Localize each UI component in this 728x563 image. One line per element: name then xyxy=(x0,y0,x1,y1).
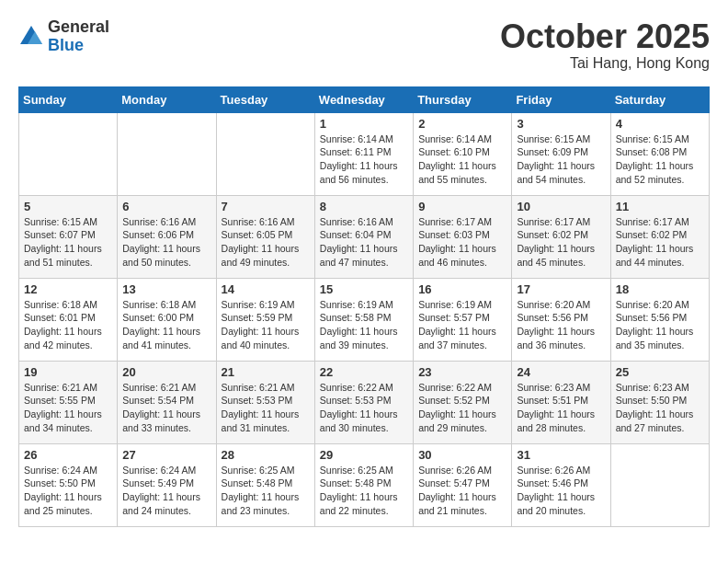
cell-content: Sunrise: 6:15 AM Sunset: 6:08 PM Dayligh… xyxy=(616,132,704,187)
calendar-table: SundayMondayTuesdayWednesdayThursdayFrid… xyxy=(18,86,710,527)
calendar-cell xyxy=(118,112,216,195)
week-row-4: 19Sunrise: 6:21 AM Sunset: 5:55 PM Dayli… xyxy=(19,361,710,443)
calendar-cell: 29Sunrise: 6:25 AM Sunset: 5:48 PM Dayli… xyxy=(314,443,413,526)
day-number: 8 xyxy=(320,200,408,213)
calendar-cell: 21Sunrise: 6:21 AM Sunset: 5:53 PM Dayli… xyxy=(216,361,314,443)
day-number: 19 xyxy=(24,365,112,379)
day-header-tuesday: Tuesday xyxy=(216,86,314,112)
cell-content: Sunrise: 6:14 AM Sunset: 6:10 PM Dayligh… xyxy=(418,132,506,187)
cell-content: Sunrise: 6:22 AM Sunset: 5:53 PM Dayligh… xyxy=(320,381,408,435)
day-number: 5 xyxy=(24,200,112,213)
cell-content: Sunrise: 6:17 AM Sunset: 6:02 PM Dayligh… xyxy=(616,215,704,270)
calendar-cell: 8Sunrise: 6:16 AM Sunset: 6:04 PM Daylig… xyxy=(314,195,413,278)
day-number: 1 xyxy=(320,117,408,131)
day-header-thursday: Thursday xyxy=(414,86,512,112)
cell-content: Sunrise: 6:16 AM Sunset: 6:04 PM Dayligh… xyxy=(320,215,408,270)
day-number: 27 xyxy=(122,448,210,462)
cell-content: Sunrise: 6:25 AM Sunset: 5:48 PM Dayligh… xyxy=(320,464,408,518)
cell-content: Sunrise: 6:20 AM Sunset: 5:56 PM Dayligh… xyxy=(616,298,704,352)
day-number: 7 xyxy=(222,200,310,213)
cell-content: Sunrise: 6:24 AM Sunset: 5:49 PM Dayligh… xyxy=(122,464,210,518)
day-header-saturday: Saturday xyxy=(610,86,709,112)
calendar-cell: 6Sunrise: 6:16 AM Sunset: 6:06 PM Daylig… xyxy=(118,195,216,278)
week-row-2: 5Sunrise: 6:15 AM Sunset: 6:07 PM Daylig… xyxy=(19,195,710,278)
cell-content: Sunrise: 6:23 AM Sunset: 5:50 PM Dayligh… xyxy=(616,381,704,435)
calendar-cell: 1Sunrise: 6:14 AM Sunset: 6:11 PM Daylig… xyxy=(314,112,413,195)
day-number: 11 xyxy=(616,200,704,213)
calendar-cell: 31Sunrise: 6:26 AM Sunset: 5:46 PM Dayli… xyxy=(512,443,610,526)
day-number: 21 xyxy=(222,365,310,379)
day-header-wednesday: Wednesday xyxy=(314,86,413,112)
calendar-cell: 14Sunrise: 6:19 AM Sunset: 5:59 PM Dayli… xyxy=(216,278,314,361)
title-block: October 2025 Tai Hang, Hong Kong xyxy=(500,18,710,72)
calendar-cell: 11Sunrise: 6:17 AM Sunset: 6:02 PM Dayli… xyxy=(610,195,709,278)
calendar-cell: 20Sunrise: 6:21 AM Sunset: 5:54 PM Dayli… xyxy=(118,361,216,443)
calendar-cell: 12Sunrise: 6:18 AM Sunset: 6:01 PM Dayli… xyxy=(19,278,118,361)
calendar-cell xyxy=(216,112,314,195)
calendar-cell: 9Sunrise: 6:17 AM Sunset: 6:03 PM Daylig… xyxy=(414,195,512,278)
cell-content: Sunrise: 6:19 AM Sunset: 5:58 PM Dayligh… xyxy=(320,298,408,352)
day-header-sunday: Sunday xyxy=(19,86,118,112)
cell-content: Sunrise: 6:19 AM Sunset: 5:59 PM Dayligh… xyxy=(222,298,310,352)
calendar-cell: 24Sunrise: 6:23 AM Sunset: 5:51 PM Dayli… xyxy=(512,361,610,443)
calendar-cell: 2Sunrise: 6:14 AM Sunset: 6:10 PM Daylig… xyxy=(414,112,512,195)
logo-icon xyxy=(18,24,44,50)
day-number: 17 xyxy=(517,282,605,296)
calendar-cell: 22Sunrise: 6:22 AM Sunset: 5:53 PM Dayli… xyxy=(314,361,413,443)
logo-blue: Blue xyxy=(48,37,109,55)
calendar-cell xyxy=(19,112,118,195)
cell-content: Sunrise: 6:25 AM Sunset: 5:48 PM Dayligh… xyxy=(222,464,310,518)
cell-content: Sunrise: 6:17 AM Sunset: 6:02 PM Dayligh… xyxy=(517,215,605,270)
calendar-cell: 18Sunrise: 6:20 AM Sunset: 5:56 PM Dayli… xyxy=(610,278,709,361)
cell-content: Sunrise: 6:26 AM Sunset: 5:47 PM Dayligh… xyxy=(418,464,506,518)
day-number: 31 xyxy=(517,448,605,462)
day-number: 6 xyxy=(122,200,210,213)
day-number: 12 xyxy=(24,282,112,296)
header-row: SundayMondayTuesdayWednesdayThursdayFrid… xyxy=(19,86,710,112)
calendar-cell: 4Sunrise: 6:15 AM Sunset: 6:08 PM Daylig… xyxy=(610,112,709,195)
day-number: 25 xyxy=(616,365,704,379)
calendar-cell: 3Sunrise: 6:15 AM Sunset: 6:09 PM Daylig… xyxy=(512,112,610,195)
week-row-5: 26Sunrise: 6:24 AM Sunset: 5:50 PM Dayli… xyxy=(19,443,710,526)
cell-content: Sunrise: 6:21 AM Sunset: 5:55 PM Dayligh… xyxy=(24,381,112,435)
cell-content: Sunrise: 6:16 AM Sunset: 6:06 PM Dayligh… xyxy=(122,215,210,270)
cell-content: Sunrise: 6:23 AM Sunset: 5:51 PM Dayligh… xyxy=(517,381,605,435)
week-row-3: 12Sunrise: 6:18 AM Sunset: 6:01 PM Dayli… xyxy=(19,278,710,361)
week-row-1: 1Sunrise: 6:14 AM Sunset: 6:11 PM Daylig… xyxy=(19,112,710,195)
location-title: Tai Hang, Hong Kong xyxy=(500,55,710,72)
cell-content: Sunrise: 6:22 AM Sunset: 5:52 PM Dayligh… xyxy=(418,381,506,435)
calendar-cell: 28Sunrise: 6:25 AM Sunset: 5:48 PM Dayli… xyxy=(216,443,314,526)
day-number: 9 xyxy=(418,200,506,213)
calendar-cell: 13Sunrise: 6:18 AM Sunset: 6:00 PM Dayli… xyxy=(118,278,216,361)
calendar-cell: 16Sunrise: 6:19 AM Sunset: 5:57 PM Dayli… xyxy=(414,278,512,361)
calendar-cell: 23Sunrise: 6:22 AM Sunset: 5:52 PM Dayli… xyxy=(414,361,512,443)
day-number: 3 xyxy=(517,117,605,131)
cell-content: Sunrise: 6:24 AM Sunset: 5:50 PM Dayligh… xyxy=(24,464,112,518)
day-number: 16 xyxy=(418,282,506,296)
day-number: 28 xyxy=(222,448,310,462)
day-number: 18 xyxy=(616,282,704,296)
cell-content: Sunrise: 6:14 AM Sunset: 6:11 PM Dayligh… xyxy=(320,132,408,187)
calendar-cell: 25Sunrise: 6:23 AM Sunset: 5:50 PM Dayli… xyxy=(610,361,709,443)
day-number: 24 xyxy=(517,365,605,379)
calendar-cell xyxy=(610,443,709,526)
calendar-cell: 26Sunrise: 6:24 AM Sunset: 5:50 PM Dayli… xyxy=(19,443,118,526)
logo-general: General xyxy=(48,18,109,37)
day-number: 14 xyxy=(222,282,310,296)
day-header-monday: Monday xyxy=(118,86,216,112)
day-number: 26 xyxy=(24,448,112,462)
day-number: 23 xyxy=(418,365,506,379)
calendar-cell: 30Sunrise: 6:26 AM Sunset: 5:47 PM Dayli… xyxy=(414,443,512,526)
cell-content: Sunrise: 6:20 AM Sunset: 5:56 PM Dayligh… xyxy=(517,298,605,352)
cell-content: Sunrise: 6:15 AM Sunset: 6:07 PM Dayligh… xyxy=(24,215,112,270)
calendar-cell: 10Sunrise: 6:17 AM Sunset: 6:02 PM Dayli… xyxy=(512,195,610,278)
day-number: 2 xyxy=(418,117,506,131)
cell-content: Sunrise: 6:19 AM Sunset: 5:57 PM Dayligh… xyxy=(418,298,506,352)
day-number: 22 xyxy=(320,365,408,379)
day-number: 13 xyxy=(122,282,210,296)
day-number: 30 xyxy=(418,448,506,462)
cell-content: Sunrise: 6:26 AM Sunset: 5:46 PM Dayligh… xyxy=(517,464,605,518)
month-title: October 2025 xyxy=(500,18,710,55)
calendar-cell: 15Sunrise: 6:19 AM Sunset: 5:58 PM Dayli… xyxy=(314,278,413,361)
cell-content: Sunrise: 6:18 AM Sunset: 6:00 PM Dayligh… xyxy=(122,298,210,352)
